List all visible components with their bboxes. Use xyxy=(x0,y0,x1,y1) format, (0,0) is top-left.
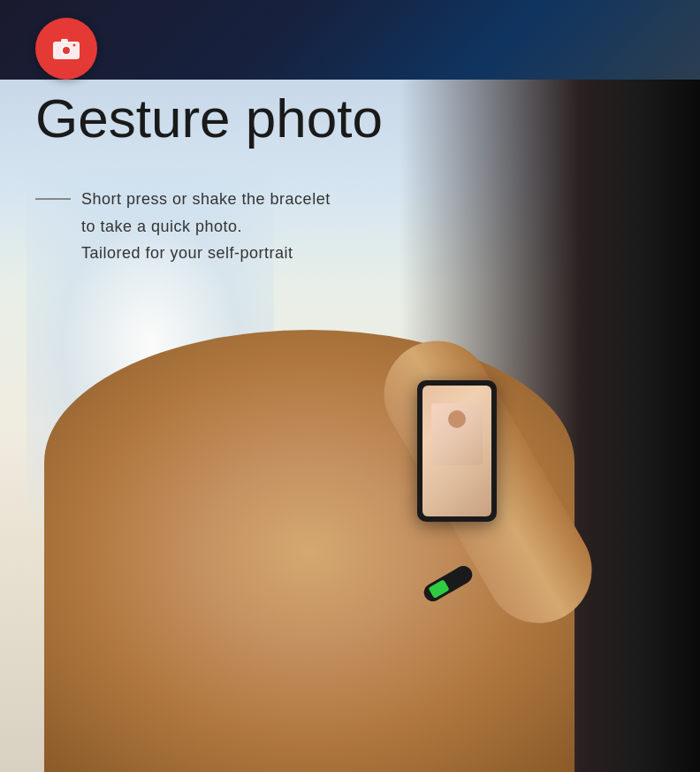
svg-point-2 xyxy=(63,47,70,54)
phone-element xyxy=(417,380,497,522)
phone-screen xyxy=(422,386,491,516)
scene-overlay xyxy=(0,80,700,772)
phone-selfie xyxy=(431,403,483,465)
description-text: Short press or shake the bracelet to tak… xyxy=(81,186,331,267)
desc-divider-line xyxy=(35,198,71,200)
top-banner xyxy=(0,0,700,80)
svg-rect-3 xyxy=(61,39,68,43)
desc-line-1: Short press or shake the bracelet xyxy=(81,186,331,213)
svg-point-4 xyxy=(73,44,76,47)
description-area: Short press or shake the bracelet to tak… xyxy=(35,186,331,267)
page-container: Gesture photo Short press or shake the b… xyxy=(0,0,700,772)
desc-line-2: to take a quick photo. xyxy=(81,213,331,241)
desc-line-3: Tailored for your self-portrait xyxy=(81,240,331,267)
camera-icon-wrapper xyxy=(35,18,97,80)
page-title: Gesture photo xyxy=(35,88,383,149)
camera-icon xyxy=(50,33,82,65)
